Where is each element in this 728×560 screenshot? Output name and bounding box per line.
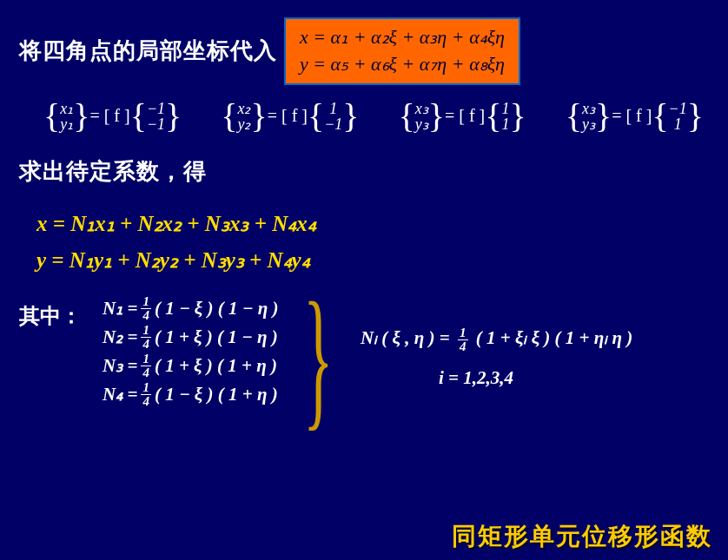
corner-equations-row: {x₁y₁} = [ f ] {−1−1} {x₂y₂} = [ f ] {1−…: [0, 85, 728, 132]
highlighted-equation-box: x = α₁ + α₂ξ + α₃η + α₄ξη y = α₅ + α₆ξ +…: [284, 17, 520, 85]
corner-eq-1: {x₁y₁} = [ f ] {−1−1}: [43, 101, 182, 132]
general-shape-function: Nᵢ ( ξ , η ) = 14 ( 1 + ξᵢ ξ ) ( 1 + ηᵢ …: [361, 295, 632, 420]
shape-fn-1: N₁ = 14 ( 1 − ξ ) ( 1 − η ): [103, 295, 279, 322]
eq-x-alpha: x = α₁ + α₂ξ + α₃η + α₄ξη: [300, 24, 505, 51]
heading-substitute: 将四角点的局部坐标代入: [19, 36, 277, 66]
shape-function-list: N₁ = 14 ( 1 − ξ ) ( 1 − η ) N₂ = 14 ( 1 …: [82, 295, 279, 420]
heading-solve: 求出待定系数，得: [0, 132, 728, 187]
corner-eq-4: {x₃y₃} = [ f ] {−11}: [566, 101, 704, 132]
corner-eq-3: {x₃y₃} = [ f ] {11}: [399, 101, 526, 132]
heading-where: 其中：: [19, 295, 82, 420]
eq-y-shape: y = N₁y₁ + N₂y₂ + N₃y₃ + N₄y₄: [36, 242, 728, 280]
shape-fn-2: N₂ = 14 ( 1 + ξ ) ( 1 − η ): [103, 324, 279, 351]
interpolation-equations: x = N₁x₁ + N₂x₂ + N₃x₃ + N₄x₄ y = N₁y₁ +…: [0, 187, 728, 280]
grouping-brace-icon: }: [302, 295, 333, 420]
shape-fn-4: N₄ = 14 ( 1 − ξ ) ( 1 + η ): [103, 381, 279, 408]
footer-title: 同矩形单元位移形函数: [452, 520, 712, 553]
shape-fn-3: N₃ = 14 ( 1 + ξ ) ( 1 + η ): [103, 352, 279, 379]
eq-y-alpha: y = α₅ + α₆ξ + α₇η + α₈ξη: [300, 51, 505, 78]
eq-x-shape: x = N₁x₁ + N₂x₂ + N₃x₃ + N₄x₄: [36, 206, 728, 243]
corner-eq-2: {x₂y₂} = [ f ] {1−1}: [221, 101, 359, 132]
index-range: i = 1,2,3,4: [439, 367, 632, 389]
